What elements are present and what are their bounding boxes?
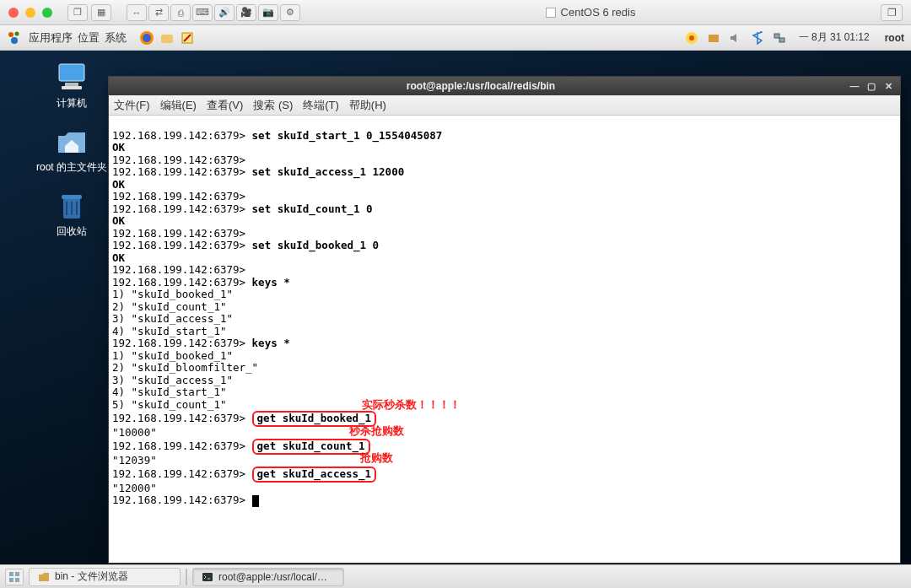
toolbar-btn[interactable]: 🎥 [236,4,256,21]
zoom-icon[interactable] [42,8,52,18]
close-icon[interactable] [8,8,19,18]
text-editor-icon[interactable] [179,30,196,46]
file-manager-icon[interactable] [159,30,175,46]
menu-item[interactable]: 查看(V) [207,98,243,113]
term-line: 192.168.199.142:6379> set skuId_start_1 … [112,129,442,142]
term-line: 5) "skuId_count_1" [112,398,226,411]
highlight-get-booked: get skuId_booked_1 [252,411,376,427]
annotation-booked: 实际秒杀数！！！！ [362,399,461,412]
taskbar-item-label: root@apple:/usr/local/… [218,571,327,583]
gnome-foot-icon[interactable] [7,30,22,46]
svg-rect-21 [202,573,213,581]
terminal-title: root@apple:/usr/local/redis/bin [114,80,848,92]
menu-places[interactable]: 位置 [78,30,100,46]
menu-system[interactable]: 系统 [105,30,127,46]
term-line: OK [112,251,125,264]
host-title-text: CentOS 6 redis [561,6,636,19]
minimize-icon[interactable] [25,8,35,18]
package-icon[interactable] [706,30,721,46]
svg-point-2 [11,37,18,44]
term-line: OK [112,141,125,154]
svg-rect-17 [9,572,13,576]
term-line: 1) "skuId_booked_1" [112,349,233,362]
computer-icon [54,61,89,94]
svg-rect-5 [161,35,173,43]
term-line: 3) "skuId_access_1" [112,374,233,386]
clock[interactable]: 一 8月 31 01:12 [799,30,870,45]
show-desktop-button[interactable] [5,569,24,585]
desktop-icon-label: 计算机 [34,96,110,111]
term-line: 4) "skuId_start_1" [112,386,226,398]
toolbar-btn[interactable]: ⎙ [170,4,191,21]
term-line: "12039" [112,454,157,467]
menu-item[interactable]: 帮助(H) [349,98,386,113]
toolbar-btn[interactable]: ▦ [91,4,111,21]
close-button[interactable]: ✕ [881,80,895,92]
desktop-icon-label: 回收站 [34,224,110,239]
menu-item[interactable]: 终端(T) [303,98,339,113]
firefox-icon[interactable] [138,30,155,46]
svg-rect-14 [62,86,82,89]
toolbar-btn[interactable]: ⇄ [148,4,169,21]
svg-rect-18 [15,572,19,576]
maximize-button[interactable]: ▢ [865,80,878,92]
quick-launch [138,30,196,46]
update-icon[interactable] [684,30,699,46]
toolbar-btn[interactable]: ❐ [67,4,88,21]
toolbar-btn[interactable]: ⚙ [280,4,300,21]
desktop-icon-label: root 的主文件夹 [34,160,110,175]
annotation-count: 秒杀抢购数 [349,425,404,438]
term-line: OK [112,178,125,191]
svg-rect-12 [59,64,84,81]
toolbar-btn[interactable]: ↔ [127,4,147,21]
window-controls: — ▢ ✕ [848,80,895,92]
terminal-body[interactable]: 192.168.199.142:6379> set skuId_start_1 … [109,116,900,563]
taskbar-item-filemanager[interactable]: bin - 文件浏览器 [29,568,181,586]
annotation-access: 抢购数 [360,452,393,465]
terminal-titlebar[interactable]: root@apple:/usr/local/redis/bin — ▢ ✕ [109,77,900,95]
trash-icon [54,189,89,223]
term-line: 4) "skuId_start_1" [112,325,226,337]
minimize-button[interactable]: — [848,80,861,92]
term-line: 192.168.199.142:6379> [112,190,245,202]
desktop-icon-home[interactable]: root 的主文件夹 [34,125,110,175]
term-line: 192.168.199.142:6379> [112,494,259,506]
term-line: 3) "skuId_access_1" [112,312,233,325]
bluetooth-icon[interactable] [750,30,765,46]
term-line: OK [112,214,125,227]
menu-item[interactable]: 搜索 (S) [253,98,293,113]
term-line: 192.168.199.142:6379> keys * [112,337,290,349]
terminal-window: root@apple:/usr/local/redis/bin — ▢ ✕ 文件… [108,76,901,564]
toolbar-btn[interactable]: 🔊 [214,4,234,21]
menu-item[interactable]: 文件(F) [114,98,150,113]
term-line: 192.168.199.142:6379> keys * [112,276,290,289]
taskbar-item-terminal[interactable]: root@apple:/usr/local/… [192,568,344,586]
term-line: 192.168.199.142:6379> set skuId_count_1 … [112,202,373,215]
svg-rect-11 [779,38,784,42]
gnome-bottom-panel: bin - 文件浏览器 root@apple:/usr/local/… [0,564,911,588]
term-line: 192.168.199.142:6379> [112,263,245,276]
desktop-icon-computer[interactable]: 计算机 [34,61,110,111]
toolbar-btn[interactable]: ⌨ [192,4,213,21]
host-right-button[interactable]: ❐ [881,4,903,21]
term-line: 192.168.199.142:6379> [112,154,245,166]
taskbar-item-label: bin - 文件浏览器 [55,569,128,584]
svg-rect-16 [62,195,82,199]
term-line: 192.168.199.142:6379> get skuId_access_1 [112,467,376,480]
svg-point-0 [8,32,13,37]
svg-rect-9 [709,35,719,42]
toolbar-btn[interactable]: 📷 [258,4,278,21]
cursor-icon [252,495,259,507]
host-topbar: ❐ ▦ ↔ ⇄ ⎙ ⌨ 🔊 🎥 📷 ⚙ CentOS 6 redis ❐ [0,0,911,25]
svg-point-1 [15,31,19,35]
user-label[interactable]: root [885,32,904,44]
desktop[interactable]: 计算机 root 的主文件夹 回收站 root@apple:/usr/local… [0,51,911,564]
network-icon[interactable] [772,30,787,46]
window-traffic-lights [8,8,52,18]
systray: 一 8月 31 01:12 root [684,30,904,46]
volume-icon[interactable] [728,30,743,46]
desktop-icon-trash[interactable]: 回收站 [34,189,110,239]
menu-item[interactable]: 编辑(E) [160,98,197,113]
term-line: 192.168.199.142:6379> get skuId_booked_1 [112,412,376,424]
menu-applications[interactable]: 应用程序 [29,30,73,46]
